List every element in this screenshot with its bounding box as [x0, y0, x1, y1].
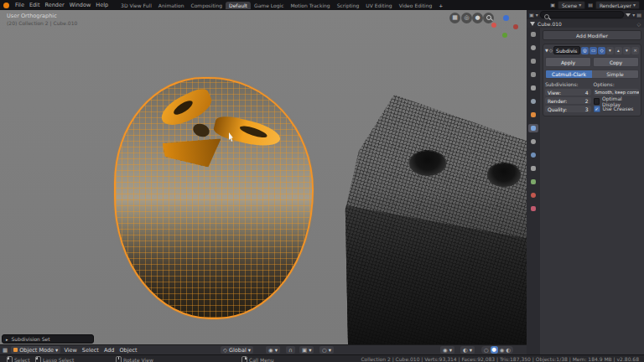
modifier-name-field[interactable]: Subdivis — [553, 46, 580, 54]
modifier-header: ▼ ◇ Subdivis ◎ ▭ ◇ ▾ ▴ ▾ × — [545, 46, 639, 54]
menu-edit[interactable]: Edit — [27, 2, 43, 8]
tab-3d-view-full[interactable]: 3D View Full — [117, 2, 155, 9]
outliner-item-cube[interactable]: Cube.010 ◇ — [527, 19, 644, 28]
mode-dropdown[interactable]: Object Mode ▾ — [11, 346, 60, 354]
menu-object[interactable]: Object — [117, 347, 139, 354]
render-toggle-icon[interactable]: ◎ — [581, 47, 589, 54]
viewport-toggle-icon[interactable]: ▭ — [589, 47, 597, 54]
menu-window[interactable]: Window — [67, 2, 94, 8]
outliner: ▣ ▾ ▾ ▤ Cube.010 ◇ — [527, 10, 644, 28]
display-mode-icon[interactable]: ▤ — [636, 13, 641, 18]
background-subdivided-box[interactable] — [334, 92, 527, 344]
collapse-triangle-icon[interactable]: ▼ — [545, 48, 548, 53]
axis-x-neg-dot[interactable] — [513, 24, 518, 29]
properties-tab-particles-icon[interactable] — [528, 137, 538, 146]
tab-video-editing[interactable]: Video Editing — [396, 2, 436, 9]
search-icon — [544, 14, 549, 19]
quality-field[interactable]: Quality: 3 — [545, 106, 591, 112]
menu-file[interactable]: File — [13, 2, 27, 8]
shading-solid-icon[interactable]: ● — [491, 346, 498, 354]
tab-scripting[interactable]: Scripting — [334, 2, 363, 9]
snap-target-icon: ▣ — [302, 347, 307, 354]
render-subdivisions-field[interactable]: Render: 2 — [545, 97, 591, 104]
use-creases-checkbox[interactable]: ✓ — [594, 106, 600, 112]
simple-button[interactable]: Simple — [592, 70, 638, 78]
menu-help[interactable]: Help — [93, 2, 111, 8]
menu-render[interactable]: Render — [42, 2, 66, 8]
axis-gizmo[interactable] — [490, 12, 520, 42]
properties-tab-object-data-icon[interactable] — [528, 178, 538, 186]
orientation-dropdown[interactable]: ◇ Global ▾ — [221, 346, 253, 354]
right-mouse-icon — [242, 356, 247, 362]
apply-button[interactable]: Apply — [545, 57, 591, 67]
collection-filter-icon[interactable]: ▣ — [529, 13, 534, 18]
viewport-header: ▦ Object Mode ▾ View Select Add Object ◇… — [0, 344, 527, 354]
tab-motion-tracking[interactable]: Motion Tracking — [287, 2, 333, 9]
proportional-editing-dropdown[interactable]: ○ ▾ — [319, 346, 334, 354]
catmull-clark-button[interactable]: Catmull-Clark — [546, 70, 592, 78]
menu-view[interactable]: View — [61, 347, 79, 354]
move-up-button[interactable]: ▴ — [615, 47, 622, 54]
scene-block: ▣ Scene ▾ ▤ RenderLayer ▾ — [550, 1, 640, 9]
options-label: Options: — [594, 81, 640, 87]
render-layer-name: RenderLayer — [600, 3, 631, 8]
shading-rendered-icon[interactable]: ◐ — [506, 347, 511, 354]
properties-tab-scene-icon[interactable] — [528, 84, 538, 92]
status-bar: Select Lasso Select Rotate View Call Men… — [0, 354, 644, 362]
properties-tab-modifiers-icon[interactable] — [528, 124, 538, 132]
menu-add[interactable]: Add — [101, 347, 117, 354]
render-layer-selector[interactable]: RenderLayer ▾ — [595, 1, 640, 9]
properties-tab-physics-icon[interactable] — [528, 151, 538, 159]
properties-tab-output-icon[interactable] — [528, 57, 538, 65]
properties-tab-material-icon[interactable] — [528, 191, 538, 199]
properties-tab-world-icon[interactable] — [528, 97, 538, 106]
move-hand-icon[interactable]: ● — [472, 13, 483, 23]
add-workspace-button[interactable]: + — [435, 2, 446, 9]
overlays-dropdown[interactable]: ◐ ▾ — [460, 346, 475, 354]
copy-button[interactable]: Copy — [593, 57, 639, 67]
pivot-dropdown[interactable]: ◉ ▾ — [266, 346, 280, 354]
shading-mode-group: ○ ● ◉ ◐ — [481, 346, 513, 354]
ortho-grid-icon[interactable]: ▦ — [449, 13, 460, 23]
shading-wireframe-icon[interactable]: ○ — [484, 347, 489, 354]
optimal-display-checkbox[interactable] — [594, 98, 600, 105]
shading-material-icon[interactable]: ◉ — [500, 347, 505, 354]
scene-selector[interactable]: Scene ▾ — [558, 1, 585, 9]
blender-logo-icon[interactable] — [3, 3, 9, 8]
box-wireframe-overlay — [334, 92, 527, 344]
operator-panel[interactable]: ▸ Subdivision Set — [2, 334, 94, 344]
tab-uv-editing[interactable]: UV Editing — [362, 2, 395, 9]
properties-tab-render-icon[interactable] — [528, 44, 538, 52]
editmode-toggle-icon[interactable]: ◇ — [598, 47, 605, 54]
tab-compositing[interactable]: Compositing — [187, 2, 226, 9]
add-modifier-button[interactable]: Add Modifier — [543, 30, 641, 40]
filter-funnel-icon[interactable] — [626, 13, 631, 17]
editor-type-icon[interactable] — [528, 30, 538, 39]
axis-x-dot[interactable] — [491, 23, 496, 28]
tab-default[interactable]: Default — [226, 2, 251, 9]
properties-tab-texture-icon[interactable] — [528, 204, 538, 213]
chevron-down-icon: ▾ — [536, 13, 538, 18]
properties-tab-view-layer-icon[interactable] — [528, 70, 538, 79]
axis-y-dot[interactable] — [502, 33, 507, 38]
properties-tab-constraints-icon[interactable] — [528, 164, 538, 173]
chevron-down-icon: ▾ — [309, 347, 311, 354]
cage-toggle-icon[interactable]: ▾ — [606, 47, 614, 54]
gizmos-dropdown[interactable]: ◉ ▾ — [440, 346, 454, 354]
close-icon[interactable]: × — [631, 47, 639, 54]
outliner-search-input[interactable] — [540, 11, 625, 18]
camera-view-icon[interactable]: ◎ — [461, 13, 472, 23]
tab-game-logic[interactable]: Game Logic — [251, 2, 287, 9]
3d-viewport[interactable]: User Orthographic (20) Collection 2 | Cu… — [0, 10, 527, 344]
snap-target-dropdown[interactable]: ▣ ▾ — [299, 346, 314, 354]
workspace-tabs: 3D View Full Animation Compositing Defau… — [117, 0, 446, 10]
tab-animation[interactable]: Animation — [155, 2, 188, 9]
move-down-button[interactable]: ▾ — [623, 47, 631, 54]
menu-select[interactable]: Select — [80, 347, 101, 354]
editor-type-icon[interactable]: ▦ — [0, 347, 10, 354]
axis-z-dot[interactable] — [503, 15, 509, 21]
view-subdivisions-field[interactable]: View: 4 — [545, 89, 591, 96]
snap-magnet-toggle[interactable]: ∩ — [286, 346, 295, 354]
selected-subdivided-object[interactable] — [114, 77, 314, 319]
properties-tab-object-icon[interactable] — [528, 111, 538, 119]
